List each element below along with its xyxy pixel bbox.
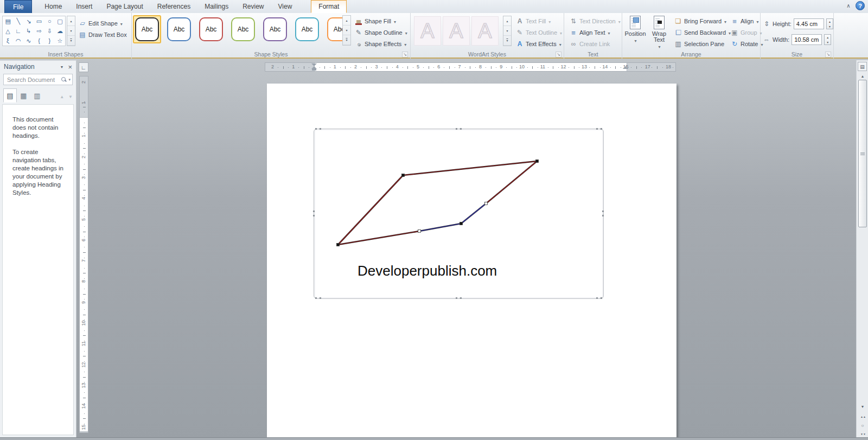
text-box-icon[interactable]: ▤	[3, 16, 13, 26]
gallery-more-icon[interactable]	[67, 36, 75, 46]
shape-styles-dialog-launcher[interactable]	[402, 52, 408, 58]
width-field[interactable]	[792, 34, 822, 45]
scrollbar-grip-icon	[860, 152, 865, 155]
gallery-scroll-up-icon[interactable]	[343, 16, 350, 25]
shape-style-6[interactable]: Abc	[293, 15, 321, 43]
tab-references[interactable]: References	[150, 0, 197, 13]
elbow-arrow-connector-icon[interactable]: ↳	[23, 26, 34, 36]
align-button[interactable]: Align	[729, 16, 765, 27]
search-icon[interactable]	[61, 76, 67, 82]
shape-style-4[interactable]: Abc	[229, 15, 257, 43]
tab-review[interactable]: Review	[235, 0, 271, 13]
rotate-button[interactable]: Rotate	[729, 39, 765, 49]
gallery-scroll-down-icon[interactable]	[343, 25, 350, 35]
drawing-canvas[interactable]: Developerpublish.com	[314, 129, 604, 299]
select-browse-object-button[interactable]	[857, 422, 868, 429]
gallery-scroll-down-icon[interactable]	[67, 26, 75, 36]
down-arrow-icon[interactable]: ⇩	[44, 26, 55, 36]
search-input[interactable]	[7, 76, 59, 83]
shape-fill-button[interactable]: Shape Fill	[353, 16, 410, 27]
help-button[interactable]: ?	[856, 1, 865, 10]
tab-stop-selector[interactable]: ∟	[79, 62, 88, 72]
tab-insert[interactable]: Insert	[69, 0, 99, 13]
star-icon[interactable]: ☆	[55, 36, 65, 46]
shape-outline-button[interactable]: Shape Outline	[353, 27, 410, 38]
arc-icon[interactable]: ◠	[13, 36, 23, 46]
gallery-scroll-up-icon[interactable]	[503, 16, 511, 26]
tab-page-layout[interactable]: Page Layout	[99, 0, 150, 13]
tab-home[interactable]: Home	[37, 0, 69, 13]
right-arrow-icon[interactable]: ⇨	[34, 26, 44, 36]
ruler-number: 1	[292, 65, 295, 69]
height-stepper[interactable]	[826, 18, 833, 29]
gallery-scroll-up-icon[interactable]	[67, 16, 75, 26]
shape-style-1[interactable]: Abc	[133, 15, 161, 43]
tab-browse-headings[interactable]	[3, 88, 17, 103]
text-effects-button[interactable]: Text Effects	[514, 39, 564, 49]
scroll-up-icon[interactable]	[857, 73, 868, 79]
wordart-style-2[interactable]: A	[443, 16, 470, 46]
bring-forward-button[interactable]: Bring Forward	[672, 16, 733, 27]
horizontal-ruler[interactable]: 211234567891011121314151718	[265, 62, 676, 72]
shape-style-5[interactable]: Abc	[261, 15, 289, 43]
view-ruler-toggle[interactable]	[858, 62, 867, 71]
right-brace-icon[interactable]: }	[44, 36, 55, 46]
scrollbar-thumb[interactable]	[858, 80, 867, 227]
gallery-more-icon[interactable]	[343, 35, 350, 45]
navigation-pane-header: Navigation	[0, 61, 76, 73]
size-dialog-launcher[interactable]	[825, 52, 831, 58]
wrap-text-button[interactable]: Wrap Text	[648, 15, 670, 50]
triangle-icon[interactable]: △	[3, 26, 13, 36]
stepper-down-icon[interactable]	[825, 40, 831, 44]
line-icon[interactable]: ╲	[13, 16, 23, 26]
gallery-scroll-down-icon[interactable]	[503, 26, 511, 36]
curve-icon[interactable]: ∿	[23, 36, 34, 46]
wordart-dialog-launcher[interactable]	[556, 52, 561, 58]
height-field[interactable]	[794, 18, 824, 29]
shape-style-thumbnail: Abc	[167, 17, 191, 41]
right-indent-marker[interactable]	[623, 66, 628, 69]
tab-browse-results[interactable]	[30, 88, 44, 103]
left-brace-icon[interactable]: {	[34, 36, 44, 46]
canvas-text[interactable]: Developerpublish.com	[358, 263, 497, 279]
next-page-button[interactable]: ▼▼	[857, 430, 868, 438]
vertical-ruler[interactable]: 21123456789101112131415	[79, 76, 88, 433]
edit-shape-button[interactable]: Edit Shape	[76, 18, 129, 29]
rounded-rectangle-icon[interactable]: ▢	[55, 16, 65, 26]
shape-effects-button[interactable]: Shape Effects	[353, 39, 410, 49]
previous-page-button[interactable]: ▲▲	[857, 413, 868, 420]
left-indent-marker[interactable]	[312, 69, 316, 71]
tab-file[interactable]: File	[4, 0, 32, 13]
position-button[interactable]: Position	[624, 15, 646, 50]
shape-style-2[interactable]: Abc	[165, 15, 193, 43]
tab-mailings[interactable]: Mailings	[197, 0, 235, 13]
wordart-style-1[interactable]: A	[414, 16, 441, 46]
stepper-up-icon[interactable]	[827, 19, 833, 24]
pane-options-caret-icon[interactable]	[60, 65, 63, 69]
selection-pane-button[interactable]: Selection Pane	[672, 39, 733, 49]
align-text-button[interactable]: Align Text	[567, 27, 623, 38]
oval-icon[interactable]: ○	[44, 16, 55, 26]
height-row: Height:	[763, 18, 833, 29]
scroll-down-icon[interactable]	[857, 403, 868, 410]
tab-format[interactable]: Format	[311, 0, 347, 13]
cloud-icon[interactable]: ☁	[55, 26, 65, 36]
draw-text-box-button[interactable]: Draw Text Box	[76, 29, 129, 40]
elbow-connector-icon[interactable]: ∟	[13, 26, 23, 36]
tab-browse-pages[interactable]	[17, 88, 30, 103]
arrow-icon[interactable]: ↘	[23, 16, 34, 26]
scribble-icon[interactable]: ξ	[3, 36, 13, 46]
stepper-down-icon[interactable]	[827, 24, 833, 29]
rectangle-icon[interactable]: ▭	[34, 16, 44, 26]
width-stepper[interactable]	[824, 34, 831, 45]
wordart-style-3[interactable]: A	[471, 16, 499, 46]
shape-style-3[interactable]: Abc	[197, 15, 225, 43]
document-page[interactable]: Developerpublish.com	[267, 84, 676, 440]
search-options-caret-icon[interactable]	[68, 78, 71, 82]
close-icon[interactable]	[68, 63, 72, 71]
gallery-more-icon[interactable]	[503, 36, 511, 46]
stepper-up-icon[interactable]	[825, 35, 831, 40]
minimize-ribbon-icon[interactable]	[845, 2, 852, 10]
tab-view[interactable]: View	[271, 0, 299, 13]
send-backward-button[interactable]: Send Backward	[672, 27, 733, 38]
